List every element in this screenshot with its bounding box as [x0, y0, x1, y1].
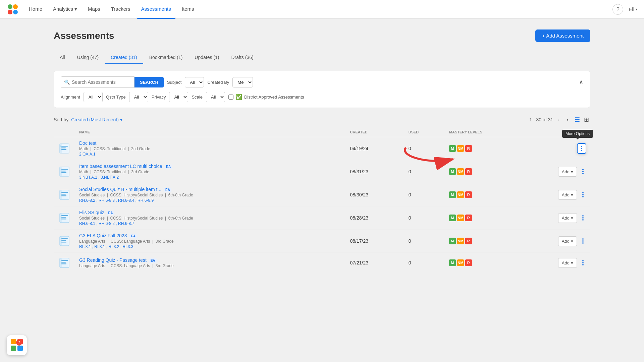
- svg-rect-34: [60, 258, 62, 267]
- dot-3: [582, 242, 584, 244]
- privacy-select[interactable]: All: [169, 92, 188, 102]
- tab-drafts[interactable]: Drafts (36): [225, 51, 260, 64]
- assessment-meta: Social Studies | CCSS: History/Social St…: [79, 193, 342, 197]
- nav-trackers[interactable]: Trackers: [106, 0, 135, 19]
- list-view-button[interactable]: ☰: [573, 115, 581, 125]
- row-actions-cell: Add ▾: [537, 160, 590, 183]
- dot-1: [582, 169, 584, 170]
- nav-assessments[interactable]: Assessments: [137, 0, 176, 19]
- dot-1: [582, 260, 584, 261]
- svg-rect-13: [61, 172, 66, 173]
- more-options-button-highlighted[interactable]: [577, 143, 586, 154]
- add-dropdown-button[interactable]: Add ▾: [558, 236, 577, 246]
- created-by-select[interactable]: Me: [232, 77, 253, 87]
- col-icon: [54, 127, 75, 137]
- prev-page-button[interactable]: ‹: [556, 116, 562, 124]
- assessment-link[interactable]: Social Studies Quiz B - multiple item t.…: [79, 187, 342, 192]
- row-icon-cell: [54, 253, 75, 273]
- more-options-button[interactable]: [580, 237, 586, 245]
- subject-select[interactable]: All: [185, 77, 204, 87]
- badge-near-mastery: NM: [457, 191, 464, 198]
- row-name-cell: Social Studies Quiz B - multiple item t.…: [75, 183, 346, 206]
- dot-1: [582, 215, 584, 217]
- nav-maps[interactable]: Maps: [83, 0, 105, 19]
- add-dropdown-button[interactable]: Add ▾: [558, 258, 577, 268]
- dot-1: [582, 192, 584, 193]
- svg-rect-16: [61, 192, 68, 193]
- created-by-label: Created By: [207, 80, 229, 85]
- alignment-select[interactable]: All: [84, 92, 103, 102]
- svg-rect-27: [61, 240, 66, 241]
- row-icon-cell: [54, 160, 75, 183]
- app-logo[interactable]: [7, 3, 19, 15]
- assessment-meta: Math | CCSS: Traditional | 2nd Grade: [79, 146, 342, 151]
- more-options-button[interactable]: [580, 191, 586, 199]
- more-options-button[interactable]: [580, 168, 586, 176]
- row-used-cell: 0: [405, 183, 445, 206]
- next-page-button[interactable]: ›: [565, 116, 571, 124]
- table-row: Doc test Math | CCSS: Traditional | 2nd …: [54, 137, 590, 160]
- badge-remedial: R: [465, 215, 472, 221]
- assessment-link[interactable]: G3 Reading Quiz - Passage test EA: [79, 257, 342, 263]
- add-assessment-button[interactable]: + Add Assessment: [535, 29, 590, 42]
- badge-near-mastery: NM: [457, 259, 464, 266]
- nav-items[interactable]: Items: [177, 0, 199, 19]
- district-label: District Approved Assessments: [244, 95, 304, 100]
- row-icon-cell: [54, 230, 75, 253]
- tab-using[interactable]: Using (47): [71, 51, 105, 64]
- collapse-button[interactable]: ∧: [579, 78, 583, 86]
- help-button[interactable]: ?: [612, 4, 623, 15]
- qstn-type-select[interactable]: All: [129, 92, 148, 102]
- assessment-link[interactable]: Item based assessment LC multi choice EA: [79, 164, 342, 169]
- assessment-meta: Math | CCSS: Traditional | 3rd Grade: [79, 170, 342, 174]
- row-mastery-cell: M NM R: [445, 206, 537, 230]
- svg-rect-31: [61, 260, 68, 261]
- nav-analytics[interactable]: Analytics ▾: [48, 0, 82, 19]
- sort-button[interactable]: Created (Most Recent) ▾: [71, 117, 122, 122]
- more-options-button[interactable]: [580, 259, 586, 267]
- add-chevron-icon: ▾: [571, 216, 573, 221]
- svg-rect-14: [60, 167, 62, 176]
- col-used: USED: [405, 127, 445, 137]
- table-row: G3 Reading Quiz - Passage test EA Langua…: [54, 253, 590, 273]
- svg-rect-32: [61, 262, 66, 263]
- tab-updates[interactable]: Updates (1): [189, 51, 225, 64]
- page-header: Assessments + Add Assessment: [54, 29, 590, 42]
- assessment-link[interactable]: Doc test: [79, 140, 342, 146]
- tab-all[interactable]: All: [54, 51, 71, 64]
- scale-select[interactable]: All: [206, 92, 225, 102]
- dot-3: [582, 264, 584, 265]
- badge-near-mastery: NM: [457, 238, 464, 244]
- nav-right: ? Eli ▾: [612, 4, 637, 15]
- badge-mastery: M: [449, 191, 456, 198]
- search-input[interactable]: [61, 76, 135, 88]
- add-dropdown-button[interactable]: Add ▾: [558, 167, 577, 177]
- table-row: Elis SS quiz EA Social Studies | CCSS: H…: [54, 206, 590, 230]
- svg-rect-19: [60, 190, 62, 199]
- pagination-text: 1 - 30 of 31: [529, 117, 553, 122]
- add-dropdown-button[interactable]: Add ▾: [558, 213, 577, 223]
- assessment-tags: 3.NBT.A.1 , 3.NBT.A.2: [79, 175, 342, 180]
- ea-badge: EA: [165, 165, 172, 169]
- row-actions-cell: Add ▾: [537, 230, 590, 253]
- dot-3: [582, 219, 584, 221]
- add-dropdown-button[interactable]: Add ▾: [558, 190, 577, 200]
- assessment-link[interactable]: Elis SS quiz EA: [79, 210, 342, 215]
- grid-view-button[interactable]: ⊞: [583, 115, 590, 125]
- svg-rect-5: [61, 146, 68, 147]
- tab-bookmarked[interactable]: Bookmarked (1): [143, 51, 189, 64]
- assessment-link[interactable]: G3 ELA Quiz Fall 2023 EA: [79, 233, 342, 238]
- row-icon-cell: [54, 183, 75, 206]
- search-button[interactable]: SEARCH: [135, 77, 164, 87]
- more-options-button[interactable]: [580, 214, 586, 222]
- filter-container: 🔍 SEARCH Subject All Created By Me ∧ Ali…: [54, 71, 590, 108]
- tab-created[interactable]: Created (31): [105, 51, 143, 64]
- sort-chevron-icon: ▾: [120, 117, 122, 122]
- row-mastery-cell: M NM R: [445, 160, 537, 183]
- row-mastery-cell: M NM R: [445, 183, 537, 206]
- assessment-tags: 2.OA.A.1: [79, 152, 342, 157]
- nav-home[interactable]: Home: [24, 0, 47, 19]
- user-menu[interactable]: Eli ▾: [629, 6, 637, 12]
- row-mastery-cell: M NM R: [445, 230, 537, 253]
- district-checkbox[interactable]: [228, 95, 233, 100]
